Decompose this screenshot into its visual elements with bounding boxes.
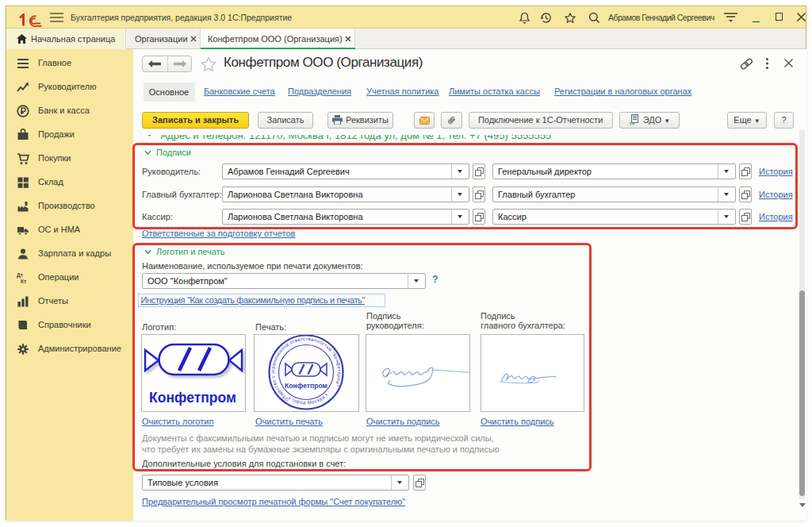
svg-text:Конфетпром: Конфетпром xyxy=(285,382,327,390)
svg-text:Кт: Кт xyxy=(21,279,26,284)
svg-text:Конфетпром: Конфетпром xyxy=(149,390,236,406)
